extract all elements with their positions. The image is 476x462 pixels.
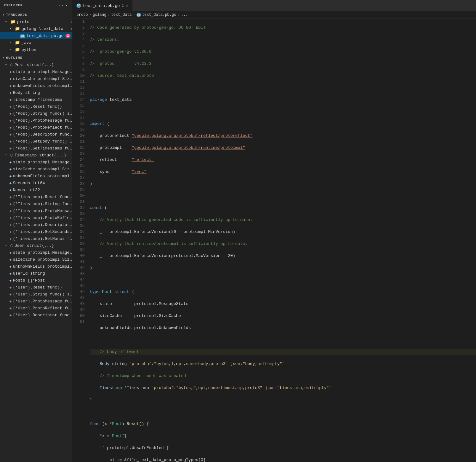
outline-item-u-unknownfields[interactable]: ◈ unknownFields protoimpl... — [0, 263, 72, 270]
outline-item-timestamp[interactable]: ◈ Timestamp *Timestamp — [0, 96, 72, 103]
ts-getnanos-label: (*Timestamp).GetNanos fu... — [13, 236, 72, 241]
tab-bar: GO text_data.pb.go 2 ✕ — [73, 0, 476, 11]
bc-proto[interactable]: proto — [76, 13, 88, 17]
code-line-6 — [90, 85, 476, 91]
outline-item-u-protomessage[interactable]: ◈ (*User).ProtoMessage func() — [0, 298, 72, 305]
post-string-label: (*Post).String func() string — [13, 111, 72, 116]
outline-item-post-struct[interactable]: ▾ ⬡ Post struct{...} — [0, 61, 72, 68]
method-icon9: ◈ — [9, 202, 12, 206]
outline-item-state[interactable]: ◈ state protoimpl.MessageSt... — [0, 68, 72, 75]
field-icon9: ◈ — [9, 181, 12, 185]
code-line-13: sync "sync" — [90, 169, 476, 175]
outline-item-ts-protoreflect[interactable]: ◈ (*Timestamp).ProtoReflect... — [0, 214, 72, 221]
tfrecords-section-title[interactable]: ▾ TFRECORDS — [0, 11, 72, 18]
post-getbody-label: (*Post).GetBody func() string — [13, 139, 72, 144]
outline-item-u-descriptor[interactable]: ◈ (*User).Descriptor func() ([...] — [0, 312, 72, 319]
method-icon10: ◈ — [9, 209, 12, 213]
proto-arrow: ▾ — [5, 20, 10, 24]
sidebar-item-text-data-pb-go[interactable]: ▾ GO text_data.pb.go 2 — [0, 32, 72, 39]
bc-ellipsis[interactable]: ... — [181, 13, 188, 17]
sidebar-item-python[interactable]: › 📁 python — [0, 46, 72, 53]
ts-string-label: (*Timestamp).String func() ... — [13, 202, 72, 206]
outline-item-ts-unknownfields[interactable]: ◈ unknownFields protoimpl... — [0, 173, 72, 179]
post-struct-label: Post struct{...} — [15, 63, 72, 67]
outline-item-post-gettimestamp[interactable]: ◈ (*Post).GetTimestamp func... — [0, 145, 72, 152]
outline-item-ts-string[interactable]: ◈ (*Timestamp).String func() ... — [0, 200, 72, 207]
outline-item-unknownfields[interactable]: ◈ unknownFields protoimpl... — [0, 82, 72, 89]
outline-item-post-descriptor[interactable]: ◈ (*Post).Descriptor func() ([...] — [0, 131, 72, 138]
editor-area: GO text_data.pb.go 2 ✕ proto › golang › … — [73, 0, 476, 462]
u-protoreflect-label: (*User).ProtoReflect func() ... — [13, 306, 72, 311]
sidebar-item-java[interactable]: › 📁 java — [0, 39, 72, 46]
field-icon11: ◈ — [9, 251, 12, 255]
outline-section-title[interactable]: ▾ OUTLINE — [0, 54, 72, 61]
java-arrow: › — [9, 41, 15, 45]
code-line-30: // Timestamp when tweet was created — [90, 373, 476, 379]
outline-item-timestamp-struct[interactable]: ▾ ⬡ Timestamp struct{...} — [0, 152, 72, 159]
golang-label: golang \text_data — [21, 27, 70, 31]
code-line-8 — [90, 109, 476, 115]
code-line-2: // versions: — [90, 37, 476, 43]
bc-golang[interactable]: golang — [93, 13, 106, 17]
bc-text-data[interactable]: text_data — [111, 13, 132, 17]
state-label: state protoimpl.MessageSt... — [13, 70, 72, 74]
code-line-37: mi := &file_text_data_proto_msgTypes[0] — [90, 457, 476, 462]
outline-item-u-protoreflect[interactable]: ◈ (*User).ProtoReflect func() ... — [0, 305, 72, 312]
outline-item-ts-descriptor[interactable]: ◈ (*Timestamp).Descriptor f... — [0, 221, 72, 228]
python-label: python — [21, 47, 72, 52]
post-reset-label: (*Post).Reset func() — [13, 104, 72, 109]
outline-item-u-sizecache[interactable]: ◈ sizeCache protoimpl.SizeC... — [0, 256, 72, 263]
outline-item-u-state[interactable]: ◈ state protoimpl.MessageSt... — [0, 249, 72, 256]
outline-item-post-protomessage[interactable]: ◈ (*Post).ProtoMessage func() — [0, 117, 72, 124]
outline-item-posts[interactable]: ◈ Posts []*Post — [0, 277, 72, 284]
outline-item-ts-getseconds[interactable]: ◈ (*Timestamp).GetSeconds... — [0, 228, 72, 235]
outline-item-user-struct[interactable]: ▾ ⬡ User struct{...} — [0, 242, 72, 249]
bc-filename[interactable]: text_data.pb.go — [142, 13, 176, 17]
outline-item-post-protoreflect[interactable]: ◈ (*Post).ProtoReflect func() ... — [0, 124, 72, 131]
outline-item-userid[interactable]: ◈ UserId string — [0, 270, 72, 277]
outline-item-post-getbody[interactable]: ◈ (*Post).GetBody func() string — [0, 138, 72, 145]
code-line-25: sizeCache protoimpl.SizeCache — [90, 313, 476, 319]
ts-getseconds-label: (*Timestamp).GetSeconds... — [13, 229, 72, 234]
ts-protoreflect-label: (*Timestamp).ProtoReflect... — [13, 216, 72, 220]
explorer-menu-button[interactable]: ··· — [58, 3, 69, 8]
sidebar-item-golang-textdata[interactable]: ▾ 📁 golang \text_data ● — [0, 25, 72, 32]
code-editor[interactable]: 12345 678910 1112131415 1617181920 21222… — [73, 19, 476, 462]
code-line-35: *x = Post{} — [90, 433, 476, 439]
method-icon4: ◈ — [9, 125, 12, 130]
outline-item-body[interactable]: ◈ Body string — [0, 89, 72, 96]
outline-item-ts-getnanos[interactable]: ◈ (*Timestamp).GetNanos fu... — [0, 235, 72, 242]
sidebar-item-proto[interactable]: ▾ 📁 proto ● — [0, 18, 72, 25]
outline-section: ▾ OUTLINE ▾ ⬡ Post struct{...} ◈ state p… — [0, 54, 72, 319]
outline-item-nanos[interactable]: ◈ Nanos int32 — [0, 186, 72, 193]
ts-state-label: state protoimpl.MessageSt... — [13, 160, 72, 165]
outline-item-ts-state[interactable]: ◈ state protoimpl.MessageSt... — [0, 159, 72, 166]
code-line-11: protoimpl "google.golang.org/protobuf/ru… — [90, 145, 476, 151]
outline-item-ts-reset[interactable]: ◈ (*Timestamp).Reset func() — [0, 193, 72, 200]
bc-go-icon: GO — [137, 13, 141, 17]
tab-go-icon: GO — [76, 3, 81, 8]
tab-close-button[interactable]: ✕ — [126, 3, 128, 8]
outline-item-post-string[interactable]: ◈ (*Post).String func() string — [0, 110, 72, 117]
proto-dot: ● — [71, 21, 72, 23]
outline-item-seconds[interactable]: ◈ Seconds int64 — [0, 179, 72, 186]
method-icon8: ◈ — [9, 195, 12, 199]
outline-item-u-reset[interactable]: ◈ (*User).Reset func() — [0, 284, 72, 291]
field-icon6: ◈ — [9, 160, 12, 164]
bc-sep3: › — [133, 13, 135, 17]
body-label: Body string — [13, 90, 72, 95]
outline-item-post-reset[interactable]: ◈ (*Post).Reset func() — [0, 103, 72, 110]
outline-item-ts-protomessa[interactable]: ◈ (*Timestamp).ProtoMessa... — [0, 207, 72, 214]
userid-label: UserId string — [13, 271, 72, 276]
tab-text-data-pb-go[interactable]: GO text_data.pb.go 2 ✕ — [73, 0, 132, 11]
bc-sep4: › — [178, 13, 180, 17]
code-line-1: // Code generated by protoc-gen-go. DO N… — [90, 25, 476, 31]
code-line-15 — [90, 193, 476, 199]
outline-item-sizecache[interactable]: ◈ sizeCache protoimpl.SizeC... — [0, 75, 72, 82]
code-content[interactable]: // Code generated by protoc-gen-go. DO N… — [88, 19, 476, 462]
code-line-16: const ( — [90, 205, 476, 211]
outline-item-u-string[interactable]: ◈ (*User).String func() string — [0, 291, 72, 298]
outline-item-ts-sizecache[interactable]: ◈ sizeCache protoimpl.SizeC... — [0, 166, 72, 173]
field-icon8: ◈ — [9, 174, 12, 178]
text-data-badge: 2 — [65, 34, 70, 38]
